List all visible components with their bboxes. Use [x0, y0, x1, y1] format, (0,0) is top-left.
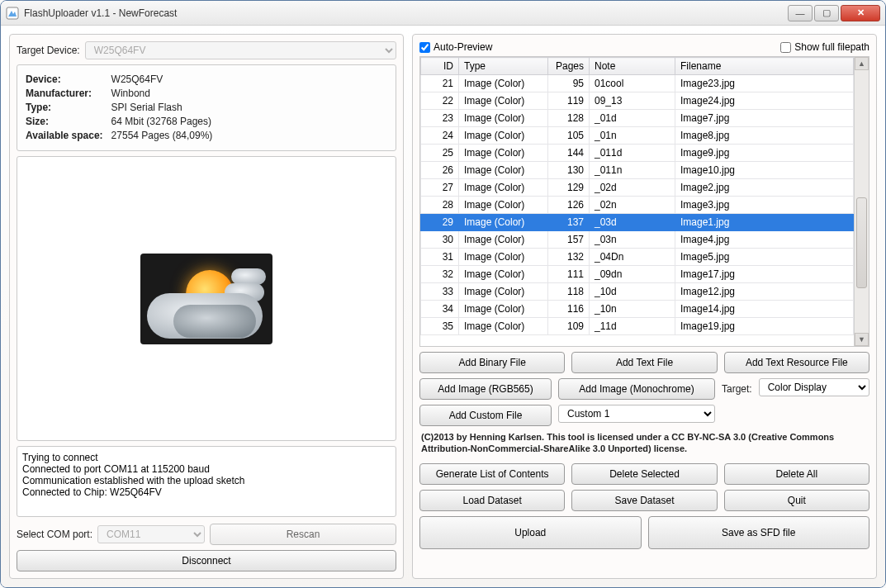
cell-filename: Image14.jpg	[675, 301, 854, 318]
cell-filename: Image10.jpg	[675, 162, 854, 179]
window-title: FlashUploader v1.1 - NewForecast	[24, 7, 788, 19]
scroll-thumb[interactable]	[856, 197, 867, 288]
devinfo-manufacturer-label: Manufacturer:	[26, 88, 110, 100]
col-type[interactable]: Type	[459, 58, 548, 75]
table-row[interactable]: 29Image (Color)137_03dImage1.jpg	[421, 214, 854, 231]
cell-pages: 132	[548, 249, 590, 266]
generate-list-button[interactable]: Generate List of Contents	[419, 463, 565, 485]
table-row[interactable]: 28Image (Color)126_02nImage3.jpg	[421, 197, 854, 214]
app-icon	[6, 7, 19, 20]
devinfo-type-label: Type:	[26, 102, 110, 114]
scroll-up-icon[interactable]: ▲	[855, 57, 869, 70]
left-pane: Target Device: W25Q64FV Device:W25Q64FV …	[9, 34, 404, 579]
cell-note: _03d	[590, 214, 675, 231]
table-row[interactable]: 32Image (Color)111_09dnImage17.jpg	[421, 266, 854, 283]
save-sfd-button[interactable]: Save as SFD file	[648, 516, 870, 549]
save-dataset-button[interactable]: Save Dataset	[571, 490, 717, 511]
cell-type: Image (Color)	[459, 179, 548, 197]
cell-id: 23	[421, 110, 459, 127]
cell-note: _01n	[590, 127, 675, 145]
disconnect-button[interactable]: Disconnect	[17, 550, 396, 571]
cell-id: 32	[421, 266, 459, 283]
col-pages[interactable]: Pages	[548, 58, 590, 75]
cell-note: _01d	[590, 110, 675, 127]
cell-type: Image (Color)	[459, 231, 548, 249]
cell-filename: Image1.jpg	[675, 214, 854, 231]
add-image-rgb-button[interactable]: Add Image (RGB565)	[419, 378, 552, 400]
add-binary-button[interactable]: Add Binary File	[419, 352, 565, 373]
cell-type: Image (Color)	[459, 75, 548, 92]
cell-filename: Image9.jpg	[675, 145, 854, 162]
cell-note: _03n	[590, 231, 675, 249]
show-full-filepath-checkbox[interactable]: Show full filepath	[780, 41, 869, 53]
col-note[interactable]: Note	[590, 58, 675, 75]
table-scrollbar[interactable]: ▲ ▼	[854, 57, 869, 346]
cell-pages: 109	[548, 318, 590, 335]
devinfo-manufacturer-value: Winbond	[111, 88, 220, 100]
cell-filename: Image4.jpg	[675, 231, 854, 249]
col-filename[interactable]: Filename	[675, 58, 854, 75]
table-row[interactable]: 27Image (Color)129_02dImage2.jpg	[421, 179, 854, 197]
cell-filename: Image12.jpg	[675, 283, 854, 301]
add-text-button[interactable]: Add Text File	[571, 352, 717, 373]
cell-filename: Image8.jpg	[675, 127, 854, 145]
table-row[interactable]: 23Image (Color)128_01dImage7.jpg	[421, 110, 854, 127]
table-row[interactable]: 21Image (Color)9501coolImage23.jpg	[421, 75, 854, 92]
quit-button[interactable]: Quit	[724, 490, 869, 511]
show-full-filepath-input[interactable]	[780, 42, 791, 53]
table-row[interactable]: 35Image (Color)109_11dImage19.jpg	[421, 318, 854, 335]
cell-pages: 119	[548, 92, 590, 110]
cell-type: Image (Color)	[459, 214, 548, 231]
maximize-button[interactable]: ▢	[814, 5, 839, 21]
auto-preview-checkbox[interactable]: Auto-Preview	[419, 41, 492, 53]
cell-pages: 111	[548, 266, 590, 283]
cell-type: Image (Color)	[459, 197, 548, 214]
cell-filename: Image3.jpg	[675, 197, 854, 214]
cell-type: Image (Color)	[459, 110, 548, 127]
load-dataset-button[interactable]: Load Dataset	[419, 490, 565, 511]
delete-all-button[interactable]: Delete All	[724, 463, 869, 485]
table-row[interactable]: 26Image (Color)130_011nImage10.jpg	[421, 162, 854, 179]
table-row[interactable]: 34Image (Color)116_10nImage14.jpg	[421, 301, 854, 318]
auto-preview-input[interactable]	[419, 42, 430, 53]
cell-type: Image (Color)	[459, 318, 548, 335]
table-row[interactable]: 24Image (Color)105_01nImage8.jpg	[421, 127, 854, 145]
cell-pages: 126	[548, 197, 590, 214]
rescan-button[interactable]: Rescan	[210, 524, 396, 545]
cell-type: Image (Color)	[459, 92, 548, 110]
target-select[interactable]: Color Display	[759, 378, 869, 396]
file-table[interactable]: ID Type Pages Note Filename 21Image (Col…	[420, 57, 854, 335]
cell-type: Image (Color)	[459, 266, 548, 283]
delete-selected-button[interactable]: Delete Selected	[571, 463, 717, 485]
cell-id: 33	[421, 283, 459, 301]
table-row[interactable]: 31Image (Color)132_04DnImage5.jpg	[421, 249, 854, 266]
devinfo-device-label: Device:	[26, 74, 110, 86]
cell-filename: Image7.jpg	[675, 110, 854, 127]
close-button[interactable]: ✕	[841, 5, 880, 21]
col-id[interactable]: ID	[421, 58, 459, 75]
table-row[interactable]: 33Image (Color)118_10dImage12.jpg	[421, 283, 854, 301]
cell-note: _04Dn	[590, 249, 675, 266]
target-device-label: Target Device:	[17, 45, 80, 56]
scroll-down-icon[interactable]: ▼	[855, 333, 869, 346]
minimize-button[interactable]: —	[788, 5, 813, 21]
table-row[interactable]: 30Image (Color)157_03nImage4.jpg	[421, 231, 854, 249]
cell-id: 24	[421, 127, 459, 145]
file-table-wrap: ID Type Pages Note Filename 21Image (Col…	[419, 56, 869, 347]
table-row[interactable]: 25Image (Color)144_011dImage9.jpg	[421, 145, 854, 162]
add-custom-button[interactable]: Add Custom File	[419, 405, 552, 426]
custom-select[interactable]: Custom 1	[558, 405, 715, 423]
right-pane: Auto-Preview Show full filepath ID Type …	[412, 34, 877, 579]
cell-type: Image (Color)	[459, 249, 548, 266]
app-window: FlashUploader v1.1 - NewForecast — ▢ ✕ T…	[0, 0, 886, 588]
cell-id: 21	[421, 75, 459, 92]
upload-button[interactable]: Upload	[419, 516, 642, 549]
table-row[interactable]: 22Image (Color)11909_13Image24.jpg	[421, 92, 854, 110]
add-text-resource-button[interactable]: Add Text Resource File	[724, 352, 869, 373]
cell-type: Image (Color)	[459, 162, 548, 179]
com-port-select: COM11	[97, 525, 205, 543]
cell-note: _09dn	[590, 266, 675, 283]
add-image-mono-button[interactable]: Add Image (Monochrome)	[558, 378, 715, 400]
cell-filename: Image24.jpg	[675, 92, 854, 110]
cell-filename: Image2.jpg	[675, 179, 854, 197]
